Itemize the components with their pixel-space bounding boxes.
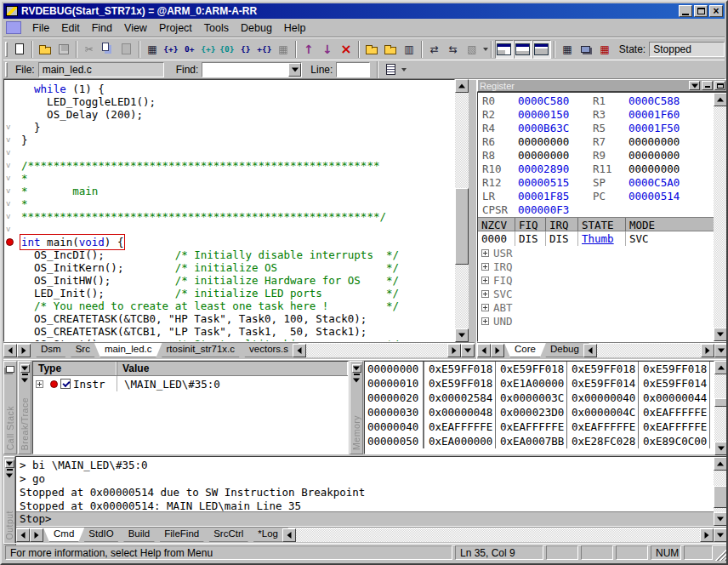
register-hscroll-track[interactable] bbox=[597, 344, 701, 357]
editor-view-menu-button[interactable] bbox=[461, 344, 475, 357]
code-line[interactable]: v* bbox=[4, 197, 454, 210]
register-menu-button[interactable] bbox=[689, 81, 700, 90]
swap-banked-registers-button[interactable]: ⇄ bbox=[425, 40, 444, 59]
editor-vscroll-track[interactable] bbox=[455, 93, 469, 328]
output-tab-cmd[interactable]: Cmd bbox=[43, 528, 84, 542]
register-hscrollbar[interactable] bbox=[583, 344, 728, 357]
tab-scroll-left[interactable] bbox=[16, 528, 30, 542]
output-tab-build[interactable]: Build bbox=[118, 528, 161, 542]
menu-project[interactable]: Project bbox=[153, 20, 198, 36]
enabled-checkbox[interactable] bbox=[60, 379, 71, 389]
scroll-right-button[interactable] bbox=[701, 344, 714, 357]
clear-breakpoints-button[interactable]: ▦ bbox=[595, 40, 614, 59]
scroll-left-button[interactable] bbox=[282, 528, 296, 542]
register-row[interactable]: R1000002890R1100000000 bbox=[478, 163, 727, 176]
expand-plus-icon[interactable] bbox=[481, 249, 489, 257]
menu-debug[interactable]: Debug bbox=[235, 20, 278, 36]
output-tab-filefind[interactable]: FileFind bbox=[154, 528, 209, 542]
console-log[interactable]: > bi \MAIN_LED\#35:0> goStopped at 0x000… bbox=[16, 457, 714, 511]
tab-scroll-left[interactable] bbox=[3, 344, 17, 357]
chevron-icon[interactable]: v bbox=[6, 197, 20, 210]
output-menu-button[interactable] bbox=[5, 459, 14, 468]
tab-scroll-right[interactable] bbox=[491, 344, 504, 357]
chevron-icon[interactable]: v bbox=[6, 172, 20, 185]
register-row[interactable]: CPSR000000F3 bbox=[478, 203, 727, 217]
save-file-button[interactable] bbox=[54, 40, 73, 59]
app-icon[interactable] bbox=[6, 6, 18, 16]
expand-plus-icon[interactable] bbox=[481, 263, 489, 271]
code-line[interactable]: /* You need to create at least one task … bbox=[4, 300, 454, 312]
fileband-grip[interactable] bbox=[5, 62, 8, 77]
step-out-button[interactable]: {} bbox=[236, 40, 255, 59]
code-line[interactable]: OS_Delay (200); bbox=[4, 108, 454, 121]
register-row[interactable]: R800000000R900000000 bbox=[478, 149, 727, 163]
code-line[interactable]: OS_InitKern(); /* initialize OS */ bbox=[4, 261, 454, 274]
resize-grip[interactable] bbox=[715, 550, 726, 561]
step-into-instr-button[interactable]: {+} bbox=[199, 40, 218, 59]
chevron-icon[interactable]: v bbox=[6, 223, 20, 236]
find-combobox[interactable] bbox=[202, 62, 302, 77]
minimize-button[interactable] bbox=[679, 5, 692, 17]
editor-tab-src[interactable]: Src bbox=[65, 343, 100, 357]
title-bar[interactable]: RVDEBUG(Start_STR71x) = @ARM_0:ARM-A-RR … bbox=[3, 3, 725, 19]
breaktrace-dropdown[interactable] bbox=[20, 376, 30, 385]
file-list-button[interactable] bbox=[381, 60, 400, 79]
code-line[interactable]: v/**************************************… bbox=[4, 159, 454, 172]
line-input[interactable] bbox=[336, 62, 370, 77]
memory-view[interactable]: 000000000xE59FF0180xE59FF0180xE59FF0180x… bbox=[364, 361, 714, 454]
chevron-icon[interactable]: v bbox=[6, 134, 20, 146]
include-commands-button[interactable]: ▥ bbox=[400, 40, 418, 59]
breakpoint-row[interactable]: Instr\MAIN_LED\#35:0 bbox=[33, 376, 348, 391]
menu-edit[interactable]: Edit bbox=[55, 20, 86, 36]
breaktrace-strip[interactable]: Break/Trace bbox=[18, 361, 31, 454]
go-down-button[interactable]: ↓ bbox=[318, 40, 337, 59]
memory-vscroll-thumb[interactable] bbox=[714, 398, 728, 407]
memory-row[interactable]: 000000300x000000480x000023D00x0000004C0x… bbox=[365, 405, 714, 419]
output-tab-stdio[interactable]: StdIO bbox=[78, 528, 123, 542]
scroll-up-button[interactable] bbox=[455, 79, 469, 93]
register-tab-core[interactable]: Core bbox=[504, 343, 546, 357]
psr-value-row[interactable]: 0000DISDISThumbSVC bbox=[478, 231, 727, 246]
console-vscroll-thumb[interactable] bbox=[714, 486, 727, 508]
memory-row[interactable]: 000000500xEA0000000xEA0007BB0xE28FC0280x… bbox=[365, 434, 714, 448]
output-strip[interactable]: Output bbox=[3, 456, 15, 545]
memory-row[interactable]: 000000400xEAFFFFFE0xEAFFFFFE0xEAFFFFFE0x… bbox=[365, 419, 714, 434]
code-line[interactable]: v bbox=[4, 146, 454, 159]
memory-vscroll-track[interactable] bbox=[714, 374, 728, 442]
memory-row[interactable]: 000000200x000025840x0000003C0x000000400x… bbox=[365, 391, 714, 405]
scroll-right-button[interactable] bbox=[447, 344, 461, 357]
code-editor[interactable]: while (1) { LED_ToggleLED1(); OS_Delay (… bbox=[3, 79, 455, 342]
editor-vscroll-thumb[interactable] bbox=[455, 188, 469, 265]
register-vscrollbar[interactable] bbox=[714, 93, 727, 341]
register-row[interactable]: R600000000R700000000 bbox=[478, 135, 727, 149]
more-register-views-button[interactable]: ▧ bbox=[463, 40, 481, 59]
menu-view[interactable]: View bbox=[118, 20, 153, 36]
editor-tab-dsm[interactable]: Dsm bbox=[31, 343, 71, 357]
scroll-down-button[interactable] bbox=[714, 442, 728, 455]
code-line[interactable]: LED_ToggleLED1(); bbox=[4, 95, 454, 108]
scroll-down-button[interactable] bbox=[455, 328, 469, 342]
chevron-icon[interactable]: v bbox=[6, 210, 20, 223]
memory-menu-button[interactable] bbox=[352, 364, 361, 373]
code-line[interactable]: OS_CREATETASK(&TCB1, "LP Task", Task1, 5… bbox=[4, 325, 454, 338]
edit-steps-button[interactable]: ▦ bbox=[274, 40, 293, 59]
console-prompt[interactable]: Stop> bbox=[16, 511, 714, 526]
output-hscroll-track[interactable] bbox=[296, 528, 700, 542]
code-line[interactable]: v } bbox=[4, 121, 454, 134]
command-console[interactable]: > bi \MAIN_LED\#35:0> goStopped at 0x000… bbox=[15, 456, 728, 545]
layout-source-button[interactable] bbox=[495, 40, 514, 59]
expand-plus-icon[interactable] bbox=[481, 304, 489, 311]
state-thumb-link[interactable]: Thumb bbox=[582, 232, 614, 245]
output-view-menu-button[interactable] bbox=[714, 528, 727, 542]
mode-row-und[interactable]: UND bbox=[478, 314, 727, 328]
copy-button[interactable] bbox=[99, 40, 117, 59]
register-vscroll-track[interactable] bbox=[714, 106, 727, 328]
memory-strip[interactable]: Memory bbox=[350, 361, 363, 454]
register-row[interactable]: R200000150R300001F60 bbox=[478, 108, 727, 122]
minimize-icon[interactable] bbox=[354, 374, 360, 375]
memory-vscrollbar[interactable] bbox=[714, 361, 728, 455]
menu-find[interactable]: Find bbox=[86, 20, 118, 36]
minimize-icon[interactable] bbox=[22, 374, 28, 375]
editor-hscroll-track[interactable] bbox=[306, 344, 447, 357]
output-dropdown[interactable] bbox=[5, 471, 14, 480]
